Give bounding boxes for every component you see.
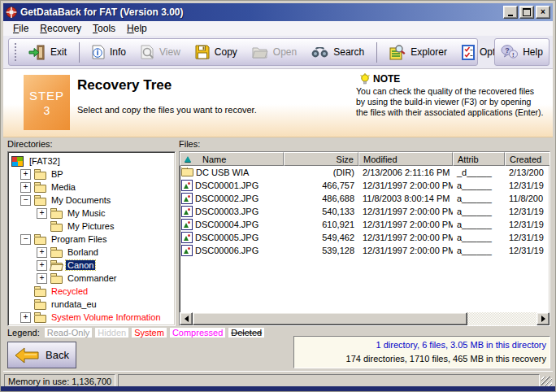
toolbar-band-main: Exit Info View [8,38,478,66]
tree-item[interactable]: Recycled [8,285,175,298]
scroll-left-button[interactable] [180,312,193,325]
legend-hidden: Hidden [95,328,128,338]
folder-icon [50,250,63,258]
column-header-name[interactable]: Name [180,152,284,166]
expander-toggle[interactable]: + [37,273,47,284]
tree-item-root[interactable]: [FAT32] [8,155,175,168]
tree-item[interactable]: + System Volume Information [8,311,175,324]
jpg-thumbnail-icon [181,206,193,217]
lifebuoy-app-icon [6,7,17,18]
expander-toggle[interactable]: + [20,169,31,180]
folder-icon [34,198,46,206]
expander-toggle[interactable]: + [37,247,47,258]
file-row[interactable]: DSC00001.JPG 466,757 12/31/1997 2:00:00 … [180,179,549,192]
expander-toggle[interactable]: + [20,312,31,323]
file-row[interactable]: DSC00006.JPG 539,128 12/31/1997 2:00:00 … [180,244,549,257]
legend-bar: Legend: Read-Only Hidden System Compress… [7,328,267,338]
folder-icon [181,168,193,176]
tree-item[interactable]: + Borland [8,246,175,259]
files-label: Files: [179,139,200,149]
folder-icon [50,211,63,219]
tree-item[interactable]: + My Music [8,207,175,220]
tree-item[interactable]: + Media [8,181,175,194]
step-banner: STEP 3 Recovery Tree Select and copy the… [3,69,553,137]
menu-file[interactable]: File [7,22,34,35]
svg-text:?: ? [505,46,510,54]
file-row[interactable]: DSC00003.JPG 540,133 12/31/1997 2:00:00 … [180,205,549,218]
tree-item[interactable]: + BP [8,168,175,181]
info-document-icon [92,45,105,59]
copy-floppy-icon [195,45,210,59]
expander-toggle[interactable]: + [20,182,31,193]
scroll-right-button[interactable] [536,312,549,325]
scrollbar-thumb[interactable] [193,312,467,325]
minimize-button[interactable] [503,6,518,19]
menu-bar: File Recovery Tools Help [3,21,553,36]
directory-summary: 1 directory, 6 files, 3.05 MB in this di… [298,338,546,352]
folder-icon [34,315,46,323]
expander-toggle[interactable]: + [37,208,47,219]
column-header-size[interactable]: Size [284,152,358,166]
file-row[interactable]: DSC00002.JPG 486,688 11/8/2003 8:00:14 P… [180,192,549,205]
svg-text:!: ! [512,51,515,59]
expander-toggle[interactable]: + [37,260,47,271]
sort-ascending-icon [185,156,191,162]
file-row[interactable]: DSC00005.JPG 549,462 12/31/1997 2:00:00 … [180,231,549,244]
tree-item-selected[interactable]: + Canon [8,259,175,272]
exit-door-icon [28,45,46,60]
toolbar-grip[interactable] [14,42,18,62]
tree-item[interactable]: + Commander [8,272,175,285]
explorer-button[interactable]: Explorer [382,40,454,64]
copy-button[interactable]: Copy [188,40,245,64]
expander-toggle[interactable]: − [20,234,31,245]
toolbar-separator [79,42,80,63]
help-label: Help [523,46,543,58]
page-subtitle: Select and copy the files you want to re… [77,105,257,115]
search-button[interactable]: Search [304,40,371,64]
legend-readonly: Read-Only [45,328,93,338]
recovery-summary: 174 directories, 1710 files, 465 MB in t… [298,352,546,366]
title-bar[interactable]: GetDataBack for FAT (Version 3.00) × [3,3,553,21]
file-row[interactable]: DC USB WIA (DIR) 2/13/2006 2:11:16 PM _d… [180,166,549,179]
step-word: STEP [24,89,70,102]
maximize-button[interactable] [519,6,534,19]
step-badge: STEP 3 [24,75,70,130]
menu-tools[interactable]: Tools [87,22,121,35]
menu-recovery[interactable]: Recovery [34,22,87,35]
view-button[interactable]: View [133,40,188,64]
info-button[interactable]: Info [85,40,133,64]
view-label: View [159,46,180,58]
tree-item[interactable]: rundata_eu [8,298,175,311]
help-bubbles-icon: ? ! [501,45,518,59]
toolbar-separator [376,42,377,63]
column-header-modified[interactable]: Modified [358,152,453,166]
exit-label: Exit [50,46,67,58]
legend-label: Legend: [7,328,40,338]
back-button[interactable]: Back [7,342,76,368]
exit-button[interactable]: Exit [20,40,74,64]
menu-help[interactable]: Help [121,22,153,35]
windows-logo-icon [11,156,24,167]
tree-item[interactable]: My Pictures [8,220,175,233]
open-folder-icon [252,46,268,59]
note-text-line: by using the build-in viewer (F3) or by … [356,97,556,107]
column-header-attrib[interactable]: Attrib [453,152,505,166]
tree-item[interactable]: − My Documents [8,194,175,207]
help-button[interactable]: ? ! Help [493,40,550,64]
column-header-created[interactable]: Created [505,152,550,166]
toolbar-band-help: ? ! Help [494,38,549,66]
close-button[interactable]: × [536,6,550,19]
horizontal-scrollbar[interactable] [180,312,549,325]
search-label: Search [333,46,364,58]
open-button[interactable]: Open [245,40,304,64]
toolbar: Exit Info View [3,36,553,69]
explorer-label: Explorer [410,46,447,58]
folder-icon [50,224,63,232]
folder-icon [34,185,46,193]
directory-tree: [FAT32] + BP + Media − My Documents + My… [7,151,176,326]
file-row[interactable]: DSC00004.JPG 610,921 12/31/1997 2:00:00 … [180,218,549,231]
tree-item[interactable]: − Program Files [8,233,175,246]
expander-toggle[interactable]: − [20,195,31,206]
jpg-thumbnail-icon [181,245,193,256]
folder-icon [34,172,46,180]
